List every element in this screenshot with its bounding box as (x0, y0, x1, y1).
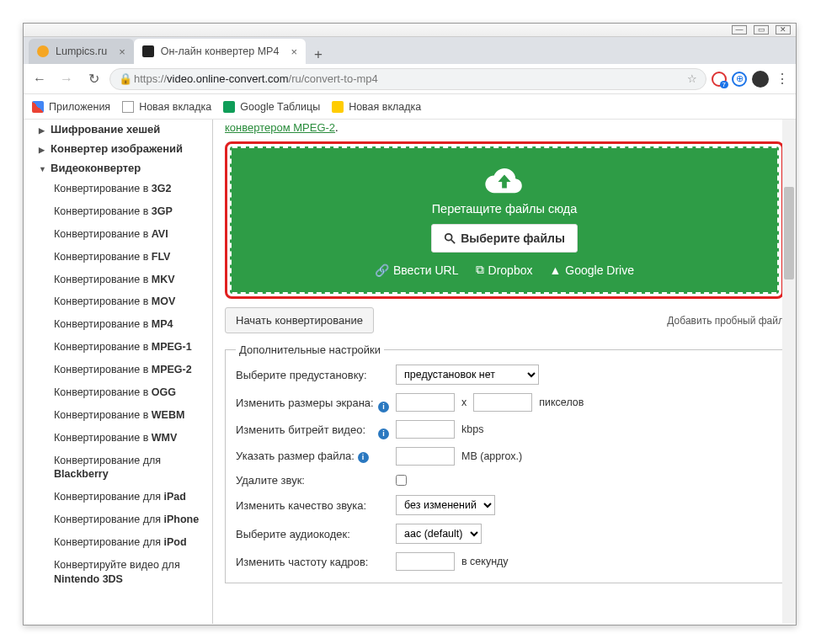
svg-point-0 (445, 234, 452, 241)
sidebar-format-item[interactable]: Конвертируйте видео для Nintendo 3DS (24, 554, 212, 591)
audio-codec-label: Выберите аудиокодек: (236, 528, 389, 540)
apps-button[interactable]: Приложения (32, 101, 110, 113)
dropzone-highlight: Перетащите файлы сюда Выберите файлы 🔗Вв… (225, 141, 784, 299)
close-tab-button[interactable]: × (291, 45, 297, 58)
choose-files-button[interactable]: Выберите файлы (431, 224, 578, 253)
address-bar[interactable]: 🔒 https://video.online-convert.com/ru/co… (109, 68, 706, 90)
width-input[interactable] (396, 393, 455, 412)
bookmark-newtab1[interactable]: Новая вкладка (122, 101, 211, 113)
toolbar: ← → ↻ 🔒 https://video.online-convert.com… (24, 64, 796, 94)
gdrive-icon: ▲ (549, 263, 561, 277)
bookmark-newtab2[interactable]: Новая вкладка (332, 101, 421, 113)
dropzone-text: Перетащите файлы сюда (432, 202, 578, 216)
bitrate-label: Изменить битрейт видео:i (236, 423, 389, 436)
favicon-icon (37, 45, 49, 57)
mute-label: Удалите звук: (236, 474, 389, 487)
sidebar-format-item[interactable]: Конвертирование в MPEG-2 (24, 359, 212, 381)
mpeg2-link[interactable]: конвертером MPEG-2 (225, 121, 335, 134)
audio-codec-select[interactable]: aac (default) (396, 524, 482, 544)
svg-line-1 (451, 240, 455, 243)
star-icon[interactable]: ☆ (687, 72, 697, 85)
minimize-button[interactable]: — (732, 25, 747, 35)
sidebar-format-item[interactable]: Конвертирование в WMV (24, 427, 212, 450)
bitrate-input[interactable] (396, 420, 455, 439)
sidebar-format-item[interactable]: Конвертирование в AVI (24, 223, 212, 246)
sidebar-format-item[interactable]: Конвертирование в MP4 (24, 313, 212, 336)
tab-title: Lumpics.ru (56, 45, 107, 57)
start-convert-button[interactable]: Начать конвертирование (225, 307, 374, 333)
sidebar-format-item[interactable]: Конвертирование в 3G2 (24, 178, 212, 200)
audio-quality-select[interactable]: без изменений (396, 495, 495, 515)
sidebar-format-item[interactable]: Конвертирование для iPod (24, 531, 212, 554)
filesize-input[interactable] (396, 447, 455, 466)
page-scrollbar[interactable] (782, 120, 796, 624)
main-content: конвертером MPEG-2. Перетащите файлы сюд… (213, 120, 796, 624)
extension-globe-icon[interactable]: ⊕ (732, 72, 747, 87)
tab-lumpics[interactable]: Lumpics.ru × (29, 39, 134, 64)
dropbox-icon: ⧉ (476, 263, 484, 277)
extension-adblock-icon[interactable]: 7 (712, 72, 727, 87)
tab-title: Он-лайн конвертер MP4 (161, 45, 280, 57)
favicon-icon (142, 45, 154, 57)
sidebar-format-item[interactable]: Конвертирование в MKV (24, 269, 212, 291)
back-button[interactable]: ← (29, 68, 51, 90)
info-icon[interactable]: i (378, 402, 389, 412)
sheets-icon (223, 101, 235, 113)
file-dropzone[interactable]: Перетащите файлы сюда Выберите файлы 🔗Вв… (230, 146, 779, 294)
preset-select[interactable]: предустановок нет (396, 365, 539, 385)
new-tab-button[interactable]: + (309, 45, 328, 64)
preset-label: Выберите предустановку: (236, 369, 389, 381)
forward-button[interactable]: → (56, 68, 77, 90)
badge-count: 7 (720, 81, 728, 88)
info-icon[interactable]: i (358, 452, 369, 463)
tab-strip: Lumpics.ru × Он-лайн конвертер MP4 × + (24, 37, 796, 64)
reload-button[interactable]: ↻ (83, 68, 104, 90)
bookmarks-bar: Приложения Новая вкладка Google Таблицы … (24, 94, 796, 120)
sidebar-format-item[interactable]: Конвертирование для Blackberry (24, 450, 212, 487)
sidebar-video[interactable]: ▼Видеоконвертер (24, 158, 212, 178)
tab-converter[interactable]: Он-лайн конвертер MP4 × (134, 39, 306, 64)
info-icon[interactable]: i (378, 428, 389, 439)
resize-label: Изменить размеры экрана:i (236, 397, 389, 409)
caret-right-icon: ▶ (39, 126, 45, 135)
apps-icon (32, 101, 44, 113)
sidebar-hash[interactable]: ▶Шифрование хешей (24, 120, 212, 139)
page-icon (122, 101, 134, 113)
dropbox-button[interactable]: ⧉Dropbox (476, 263, 533, 277)
advanced-settings: Дополнительные настройки Выберите предус… (225, 343, 784, 583)
mute-checkbox[interactable] (396, 475, 407, 486)
fieldset-legend: Дополнительные настройки (236, 343, 384, 356)
close-window-button[interactable]: ✕ (776, 25, 791, 35)
sidebar-format-item[interactable]: Конвертирование в MPEG-1 (24, 336, 212, 359)
audio-quality-label: Изменить качество звука: (236, 499, 389, 512)
url-text: https://video.online-convert.com/ru/conv… (134, 72, 682, 85)
profile-avatar[interactable] (752, 71, 769, 88)
sidebar-format-item[interactable]: Конвертирование в FLV (24, 246, 212, 269)
add-trial-file-link[interactable]: Добавить пробный файл (667, 315, 784, 327)
cloud-upload-icon (485, 167, 524, 195)
sidebar-format-item[interactable]: Конвертирование для iPhone (24, 508, 212, 531)
gdrive-button[interactable]: ▲Google Drive (549, 263, 634, 277)
filesize-label: Указать размер файла: i (236, 450, 389, 462)
sidebar-format-item[interactable]: Конвертирование в MOV (24, 290, 212, 313)
caret-right-icon: ▶ (39, 146, 45, 154)
caret-down-icon: ▼ (39, 165, 45, 173)
enter-url-button[interactable]: 🔗Ввести URL (375, 263, 459, 277)
yandex-icon (332, 101, 344, 113)
sidebar-format-item[interactable]: Конвертирование для iPad (24, 486, 212, 508)
window-titlebar: — ▭ ✕ (24, 24, 796, 37)
sidebar-format-item[interactable]: Конвертирование в OGG (24, 381, 212, 404)
lock-icon: 🔒 (119, 72, 129, 85)
sidebar-format-item[interactable]: Конвертирование в 3GP (24, 200, 212, 223)
search-icon (444, 232, 456, 244)
sidebar: ▶Шифрование хешей ▶Конвертер изображений… (24, 120, 213, 624)
sidebar-image[interactable]: ▶Конвертер изображений (24, 139, 212, 158)
height-input[interactable] (473, 393, 532, 412)
fps-input[interactable] (396, 552, 455, 571)
link-icon: 🔗 (375, 263, 389, 277)
menu-button[interactable]: ⋮ (774, 71, 791, 87)
close-tab-button[interactable]: × (119, 45, 125, 58)
bookmark-sheets[interactable]: Google Таблицы (223, 101, 320, 113)
maximize-button[interactable]: ▭ (754, 25, 769, 35)
sidebar-format-item[interactable]: Конвертирование в WEBM (24, 404, 212, 427)
